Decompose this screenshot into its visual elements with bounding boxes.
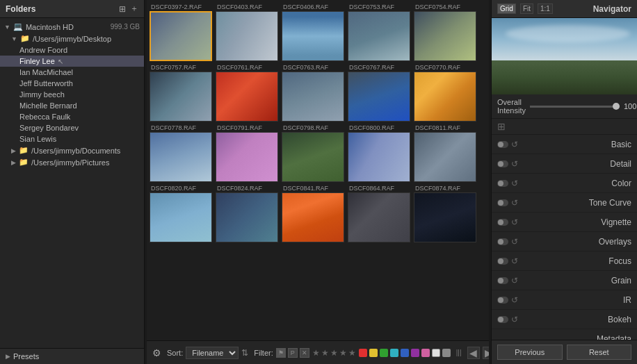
- star-2[interactable]: ★: [321, 348, 329, 358]
- adj-item-vignette[interactable]: ↺ Vignette: [492, 213, 637, 232]
- photo-thumb-17[interactable]: [216, 192, 278, 242]
- detail-toggle[interactable]: [497, 160, 508, 167]
- reset-button[interactable]: Reset: [567, 345, 632, 360]
- photo-cell-9[interactable]: DSCF0767.RAF: [348, 63, 412, 122]
- filter-blue[interactable]: [401, 349, 409, 357]
- vignette-reset-icon[interactable]: ↺: [511, 217, 518, 227]
- basic-reset-icon[interactable]: ↺: [511, 140, 518, 149]
- adj-item-grain[interactable]: ↺ Grain: [492, 271, 637, 290]
- overlays-reset-icon[interactable]: ↺: [511, 237, 518, 247]
- detail-reset-icon[interactable]: ↺: [511, 159, 518, 169]
- photo-cell-2[interactable]: DSCF0403.RAF: [216, 3, 280, 61]
- bokeh-reset-icon[interactable]: ↺: [511, 315, 518, 324]
- next-page-arrow[interactable]: ▶: [483, 347, 489, 359]
- fit-view-btn[interactable]: Fit: [520, 3, 533, 14]
- photo-thumb-20[interactable]: [414, 192, 476, 242]
- settings-icon[interactable]: ⚙: [152, 347, 161, 358]
- focus-reset-icon[interactable]: ↺: [511, 256, 518, 266]
- adj-item-metadata[interactable]: Metadata: [492, 329, 637, 340]
- folder-item-andrew[interactable]: Andrew Foord: [0, 44, 144, 56]
- filter-pink[interactable]: [421, 349, 430, 357]
- tone-curve-toggle[interactable]: [497, 199, 508, 206]
- photo-thumb-8[interactable]: [282, 72, 344, 122]
- tone-curve-reset-icon[interactable]: ↺: [511, 198, 518, 208]
- grain-reset-icon[interactable]: ↺: [511, 276, 518, 286]
- folder-item-documents[interactable]: ▶ 📁 /Users/jimmyb/Documents: [0, 144, 144, 156]
- folder-item-sian[interactable]: Sian Lewis: [0, 133, 144, 144]
- photo-thumb-10[interactable]: [414, 72, 476, 122]
- photo-thumb-12[interactable]: [216, 132, 278, 182]
- overlays-toggle[interactable]: [497, 238, 508, 245]
- adj-item-tone-curve[interactable]: ↺ Tone Curve: [492, 193, 637, 213]
- adj-item-basic[interactable]: ↺ Basic: [492, 135, 637, 154]
- photo-thumb-3[interactable]: [282, 11, 344, 61]
- filter-white[interactable]: [432, 349, 440, 357]
- photo-thumb-15[interactable]: [414, 132, 476, 182]
- flag-reject-icon[interactable]: ✕: [300, 348, 309, 358]
- photo-cell-10[interactable]: DSCF0770.RAF: [414, 63, 478, 122]
- previous-button[interactable]: Previous: [497, 345, 563, 360]
- photo-cell-17[interactable]: DSCF0824.RAF: [216, 184, 280, 242]
- folder-item-pictures[interactable]: ▶ 📁 /Users/jimmyb/Pictures: [0, 156, 144, 168]
- photo-thumb-1[interactable]: [150, 11, 212, 61]
- focus-toggle[interactable]: [497, 258, 508, 265]
- color-toggle[interactable]: [497, 180, 508, 187]
- adj-item-color[interactable]: ↺ Color: [492, 174, 637, 193]
- photo-cell-8[interactable]: DSCF0763.RAF: [282, 63, 346, 122]
- adj-item-bokeh[interactable]: ↺ Bokeh: [492, 310, 637, 329]
- adj-item-ir[interactable]: ↺ IR: [492, 290, 637, 310]
- grid-view-btn[interactable]: Grid: [497, 3, 516, 14]
- grain-toggle[interactable]: [497, 277, 508, 284]
- drive-item[interactable]: ▼ 💻 Macintosh HD 999.3 GB: [0, 21, 144, 33]
- folder-item-michelle[interactable]: Michelle Bernard: [0, 100, 144, 111]
- folder-item-sergey[interactable]: Sergey Bondarev: [0, 122, 144, 133]
- photo-cell-11[interactable]: DSCF0778.RAF: [150, 124, 213, 182]
- star-5[interactable]: ★: [348, 348, 356, 358]
- photo-cell-19[interactable]: DSCF0864.RAF: [348, 184, 412, 242]
- photo-thumb-9[interactable]: [348, 72, 410, 122]
- prev-page-arrow[interactable]: ◀: [467, 347, 480, 359]
- adj-item-overlays[interactable]: ↺ Overlays: [492, 232, 637, 251]
- filter-gray[interactable]: [442, 349, 451, 357]
- filter-red[interactable]: [359, 349, 367, 357]
- photo-cell-7[interactable]: DSCF0761.RAF: [216, 63, 280, 122]
- navigator-preview[interactable]: [492, 18, 637, 94]
- photo-cell-16[interactable]: DSCF0820.RAF: [150, 184, 213, 242]
- filter-green[interactable]: [380, 349, 388, 357]
- basic-toggle[interactable]: [497, 141, 508, 148]
- folder-grid-icon[interactable]: ⊞: [119, 4, 126, 14]
- photo-cell-1[interactable]: DSCF0397-2.RAF: [150, 3, 213, 61]
- folder-item-rebecca[interactable]: Rebecca Faulk: [0, 111, 144, 122]
- star-3[interactable]: ★: [330, 348, 338, 358]
- filter-cyan[interactable]: [390, 349, 398, 357]
- folder-add-icon[interactable]: ＋: [130, 3, 138, 15]
- folder-item-jimmy[interactable]: Jimmy beech: [0, 89, 144, 100]
- photo-thumb-4[interactable]: [348, 11, 410, 61]
- sort-direction-icon[interactable]: ⇅: [241, 348, 248, 358]
- photo-cell-15[interactable]: DSCF0811.RAF: [414, 124, 478, 182]
- photo-thumb-7[interactable]: [216, 72, 278, 122]
- photo-thumb-19[interactable]: [348, 192, 410, 242]
- folder-item-desktop[interactable]: ▼ 📁 /Users/jimmyb/Desktop: [0, 33, 144, 44]
- star-4[interactable]: ★: [339, 348, 347, 358]
- photo-cell-12[interactable]: DSCF0791.RAF: [216, 124, 280, 182]
- filter-yellow[interactable]: [369, 349, 378, 357]
- presets-header[interactable]: ▶ Presets: [0, 349, 144, 364]
- bokeh-toggle[interactable]: [497, 316, 508, 323]
- photo-cell-4[interactable]: DSCF0753.RAF: [348, 3, 412, 61]
- photo-cell-5[interactable]: DSCF0754.RAF: [414, 3, 478, 61]
- ir-toggle[interactable]: [497, 297, 508, 304]
- flag-white-icon[interactable]: ⚑: [276, 348, 286, 358]
- photo-cell-20[interactable]: DSCF0874.RAF: [414, 184, 478, 242]
- flag-pick-icon[interactable]: P: [288, 348, 298, 358]
- sort-dropdown[interactable]: Filename Date Rating: [186, 347, 239, 359]
- photo-thumb-13[interactable]: [282, 132, 344, 182]
- color-reset-icon[interactable]: ↺: [511, 179, 518, 188]
- folder-item-finley[interactable]: Finley Lee ↖: [0, 56, 144, 67]
- folder-item-ian[interactable]: Ian MacMichael: [0, 67, 144, 78]
- photo-thumb-14[interactable]: [348, 132, 410, 182]
- filter-purple[interactable]: [411, 349, 419, 357]
- vignette-toggle[interactable]: [497, 219, 508, 226]
- photo-thumb-11[interactable]: [150, 132, 212, 182]
- folder-item-jeff[interactable]: Jeff Butterworth: [0, 78, 144, 89]
